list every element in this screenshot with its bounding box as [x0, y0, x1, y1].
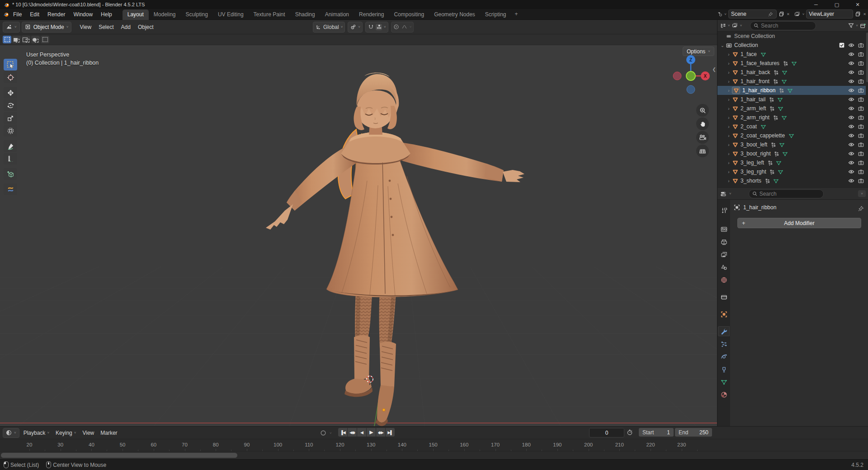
add-modifier-button[interactable]: + Add Modifier [737, 218, 861, 228]
disable-in-renders-icon[interactable] [858, 141, 864, 148]
expand-icon[interactable]: › [726, 169, 732, 174]
add-workspace-button[interactable]: + [511, 9, 522, 19]
disable-in-renders-icon[interactable] [858, 150, 864, 157]
tool-annotate[interactable] [4, 140, 17, 152]
outliner-item-1_hair_back[interactable]: › 1_hair_back [717, 68, 866, 77]
blender-menu-icon[interactable] [3, 11, 9, 18]
viewlayer-browse-icon[interactable] [794, 11, 801, 17]
workspace-tab-sculpting[interactable]: Sculpting [181, 9, 213, 20]
disable-in-renders-icon[interactable] [858, 114, 864, 121]
workspace-tab-texture-paint[interactable]: Texture Paint [249, 9, 290, 20]
expand-icon[interactable]: › [726, 142, 732, 147]
editor-type-button[interactable]: ˅ [3, 22, 20, 33]
hide-icon[interactable] [848, 42, 854, 48]
timeline-menu-view[interactable]: View [79, 428, 97, 437]
tab-object-data[interactable] [718, 377, 730, 387]
tool-move[interactable] [4, 87, 17, 99]
expand-icon[interactable]: › [726, 97, 732, 102]
disable-in-renders-icon[interactable] [858, 132, 864, 139]
hide-icon[interactable] [848, 60, 854, 66]
viewport-menu-object[interactable]: Object [134, 23, 157, 32]
snapping-controls[interactable]: ˅ [365, 22, 388, 33]
navigation-gizmo[interactable]: Y Z X [669, 53, 712, 97]
tab-view-layer[interactable] [718, 249, 730, 259]
viewport-menu-view[interactable]: View [76, 23, 95, 32]
pivot-point-selector[interactable]: ˅ [348, 22, 363, 33]
tool-transform[interactable] [4, 125, 17, 136]
tool-cursor[interactable] [4, 71, 17, 83]
tab-tool[interactable] [718, 205, 730, 215]
hide-icon[interactable] [848, 141, 854, 148]
disable-in-renders-icon[interactable] [858, 69, 864, 75]
hide-icon[interactable] [848, 123, 854, 130]
expand-icon[interactable]: › [726, 124, 732, 129]
disable-in-renders-icon[interactable] [858, 87, 864, 94]
workspace-tab-uv-editing[interactable]: UV Editing [213, 9, 249, 20]
timeline-menu-marker[interactable]: Marker [97, 428, 120, 437]
outliner-item-3_shorts[interactable]: › 3_shorts [717, 176, 866, 185]
properties-search[interactable]: Search [749, 189, 824, 198]
select-mode-subtract[interactable] [22, 36, 30, 43]
menu-help[interactable]: Help [97, 10, 116, 19]
properties-editor-icon[interactable] [720, 191, 726, 197]
outliner-item-1_face[interactable]: › 1_face [717, 50, 866, 59]
pan-nav-button[interactable] [696, 118, 709, 130]
workspace-tab-shading[interactable]: Shading [290, 9, 320, 20]
outliner-item-2_arm_right[interactable]: › 2_arm_right [717, 113, 866, 122]
tool-extra[interactable] [4, 183, 17, 195]
viewport-menu-select[interactable]: Select [95, 23, 117, 32]
outliner-search[interactable]: Search [750, 21, 816, 30]
workspace-tab-modeling[interactable]: Modeling [149, 9, 181, 20]
outliner-item-3_boot_left[interactable]: › 3_boot_left [717, 140, 866, 149]
outliner-item-3_leg_rght[interactable]: › 3_leg_rght [717, 167, 866, 176]
timeline-menu-playback[interactable]: Playback˅ [20, 428, 52, 437]
disable-in-renders-icon[interactable] [858, 60, 864, 66]
new-viewlayer-icon[interactable] [855, 11, 861, 17]
outliner-scrollbar[interactable] [866, 33, 868, 82]
filter-icon[interactable] [848, 23, 854, 29]
tool-rotate[interactable] [4, 99, 17, 111]
region-collapse-icon[interactable]: ❮ [712, 67, 716, 72]
disable-in-renders-icon[interactable] [858, 178, 864, 184]
hide-icon[interactable] [848, 132, 854, 139]
select-mode-set[interactable] [3, 36, 11, 43]
mode-selector[interactable]: Object Mode ˅ [22, 22, 72, 33]
jump-to-end-button[interactable]: ▶▌ [386, 428, 395, 437]
tool-add-cube[interactable] [4, 168, 17, 180]
outliner-collection[interactable]: ⌄ Collection [717, 41, 866, 50]
tab-material[interactable] [718, 390, 730, 400]
outliner-item-2_coat_cappelette[interactable]: › 2_coat_cappelette [717, 131, 866, 140]
hide-icon[interactable] [848, 96, 854, 103]
tab-world[interactable] [718, 275, 730, 285]
outliner-scene-collection[interactable]: Scene Collection [717, 32, 866, 41]
workspace-tab-geometry-nodes[interactable]: Geometry Nodes [429, 9, 480, 20]
new-collection-icon[interactable] [860, 23, 866, 29]
disable-in-renders-icon[interactable] [858, 51, 864, 57]
hide-icon[interactable] [848, 69, 854, 75]
remove-viewlayer-icon[interactable]: ✕ [863, 12, 866, 16]
tab-modifiers[interactable] [718, 326, 730, 336]
camera-visibility-icon[interactable] [858, 42, 864, 48]
outliner-item-3_leg_left[interactable]: › 3_leg_left [717, 158, 866, 167]
hide-icon[interactable] [848, 78, 854, 85]
workspace-tab-compositing[interactable]: Compositing [389, 9, 429, 20]
outliner-item-1_face_features[interactable]: › 1_face_features [717, 59, 866, 68]
tab-render[interactable] [718, 224, 730, 234]
new-scene-icon[interactable] [778, 11, 785, 17]
outliner-item-3_boot_right[interactable]: › 3_boot_right [717, 149, 866, 158]
minimize-button[interactable]: ─ [806, 0, 826, 9]
select-mode-invert[interactable] [31, 36, 40, 43]
menu-render[interactable]: Render [43, 10, 69, 19]
hide-icon[interactable] [848, 150, 854, 157]
timeline-editor-type-button[interactable]: ˅ [3, 428, 19, 438]
expand-icon[interactable]: › [726, 61, 732, 66]
workspace-tab-rendering[interactable]: Rendering [354, 9, 389, 20]
zoom-nav-button[interactable] [696, 104, 709, 117]
outliner-item-2_arm_left[interactable]: › 2_arm_left [717, 104, 866, 113]
disable-in-renders-icon[interactable] [858, 169, 864, 175]
disable-in-renders-icon[interactable] [858, 123, 864, 130]
tab-object[interactable] [718, 309, 730, 319]
expand-icon[interactable]: › [726, 79, 732, 84]
expand-icon[interactable]: › [726, 115, 732, 120]
auto-keying-toggle[interactable] [318, 428, 329, 438]
